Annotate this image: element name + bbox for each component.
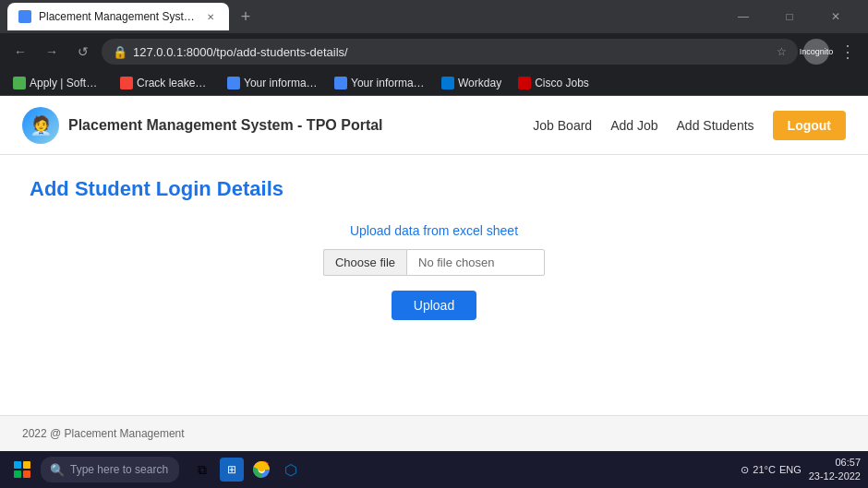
bookmark-item[interactable]: Crack leaked passw...	[115, 75, 216, 91]
reload-button[interactable]: ↺	[70, 39, 96, 65]
file-name-display: No file chosen	[406, 249, 545, 276]
vscode-icon[interactable]: ⬡	[279, 458, 303, 482]
upload-label: Upload data from excel sheet	[350, 223, 518, 238]
tab-close-button[interactable]: ✕	[203, 9, 218, 24]
new-tab-button[interactable]: +	[233, 4, 259, 30]
bookmark-label: Your information –...	[351, 77, 425, 89]
maximize-button[interactable]: □	[768, 3, 811, 30]
window-controls: — □ ✕	[722, 3, 861, 30]
footer-text: 2022 @ Placement Management	[22, 427, 185, 440]
taskbar: 🔍 Type here to search ⧉ ⊞ ⬡ ⊙ 21°C ENG 0…	[0, 451, 868, 488]
star-icon[interactable]: ☆	[777, 45, 787, 58]
taskbar-date-value: 23-12-2022	[809, 470, 861, 483]
upload-button[interactable]: Upload	[392, 291, 476, 320]
nav-add-job[interactable]: Add Job	[610, 118, 657, 133]
file-input-row: Choose file No file chosen	[323, 249, 545, 276]
close-button[interactable]: ✕	[814, 3, 857, 30]
bookmark-favicon	[518, 77, 531, 89]
navbar-links: Job Board Add Job Add Students Logout	[533, 111, 846, 140]
profile-label: Incognito	[800, 47, 834, 56]
bookmark-label: Apply | Software En...	[30, 77, 103, 89]
language: ENG	[779, 464, 802, 475]
bookmark-item[interactable]: Your information –...	[222, 75, 323, 91]
active-tab[interactable]: Placement Management System ✕	[7, 3, 229, 30]
nav-job-board[interactable]: Job Board	[533, 118, 592, 133]
navbar-brand: 🧑‍💼 Placement Management System - TPO Po…	[22, 107, 383, 144]
footer: 2022 @ Placement Management	[0, 415, 868, 451]
back-button[interactable]: ←	[7, 39, 33, 65]
bookmarks-bar: Apply | Software En... Crack leaked pass…	[0, 70, 868, 96]
profile-button[interactable]: Incognito	[803, 39, 829, 65]
bookmark-item[interactable]: Apply | Software En...	[7, 75, 109, 91]
temperature: 21°C	[753, 464, 776, 475]
bookmark-favicon	[120, 77, 133, 89]
bookmark-item[interactable]: Workday	[436, 75, 507, 91]
address-bar-icons: ☆	[777, 45, 787, 58]
address-bar-row: ← → ↺ 🔒 127.0.0.1:8000/tpo/add-students-…	[0, 33, 868, 70]
main-content: Add Student Login Details Upload data fr…	[0, 155, 868, 415]
taskbar-search-placeholder: Type here to search	[70, 463, 168, 476]
tab-bar: Placement Management System ✕ + — □ ✕	[0, 0, 868, 33]
address-bar[interactable]: 🔒 127.0.0.1:8000/tpo/add-students-detail…	[102, 39, 798, 65]
tab-label: Placement Management System	[39, 10, 196, 23]
choose-file-button[interactable]: Choose file	[323, 249, 406, 276]
brand-title: Placement Management System - TPO Portal	[68, 117, 383, 134]
taskbar-clock: 06:57 23-12-2022	[809, 456, 861, 484]
taskbar-right: ⊙ 21°C ENG 06:57 23-12-2022	[741, 456, 861, 484]
network-icon: ⊙	[741, 464, 749, 476]
nav-add-students[interactable]: Add Students	[677, 118, 754, 133]
start-button[interactable]	[7, 455, 37, 484]
bookmark-label: Workday	[458, 77, 501, 89]
search-icon: 🔍	[50, 463, 65, 477]
taskbar-search[interactable]: 🔍 Type here to search	[41, 457, 179, 482]
bookmark-favicon	[227, 77, 240, 89]
bookmark-favicon	[334, 77, 347, 89]
minimize-button[interactable]: —	[722, 3, 765, 30]
browser-chrome: Placement Management System ✕ + — □ ✕ ← …	[0, 0, 868, 96]
widgets-icon[interactable]: ⊞	[220, 458, 244, 482]
brand-logo: 🧑‍💼	[22, 107, 59, 144]
windows-icon	[14, 461, 30, 478]
bookmark-item[interactable]: Your information –...	[329, 75, 430, 91]
bookmark-item[interactable]: Cisco Jobs	[512, 75, 595, 91]
bookmark-label: Crack leaked passw...	[137, 77, 211, 89]
webpage: 🧑‍💼 Placement Management System - TPO Po…	[0, 96, 868, 451]
navbar: 🧑‍💼 Placement Management System - TPO Po…	[0, 96, 868, 155]
taskview-icon[interactable]: ⧉	[190, 458, 214, 482]
taskbar-time-value: 06:57	[809, 456, 861, 470]
address-text: 127.0.0.1:8000/tpo/add-students-details/	[133, 45, 771, 59]
bookmark-label: Your information –...	[244, 77, 318, 89]
taskbar-system-info: ⊙ 21°C ENG	[741, 464, 801, 476]
logo-icon: 🧑‍💼	[30, 114, 53, 137]
upload-section: Upload data from excel sheet Choose file…	[30, 223, 838, 320]
more-options-button[interactable]: ⋮	[835, 39, 861, 65]
logout-button[interactable]: Logout	[773, 111, 846, 140]
page-title: Add Student Login Details	[30, 177, 838, 201]
chrome-icon[interactable]	[249, 458, 273, 482]
taskbar-app-icons: ⧉ ⊞ ⬡	[190, 458, 303, 482]
tab-favicon	[18, 10, 31, 23]
lock-icon: 🔒	[113, 45, 127, 59]
bookmark-favicon	[13, 77, 26, 89]
forward-button[interactable]: →	[39, 39, 65, 65]
bookmark-favicon	[441, 77, 454, 89]
bookmark-label: Cisco Jobs	[535, 77, 589, 89]
